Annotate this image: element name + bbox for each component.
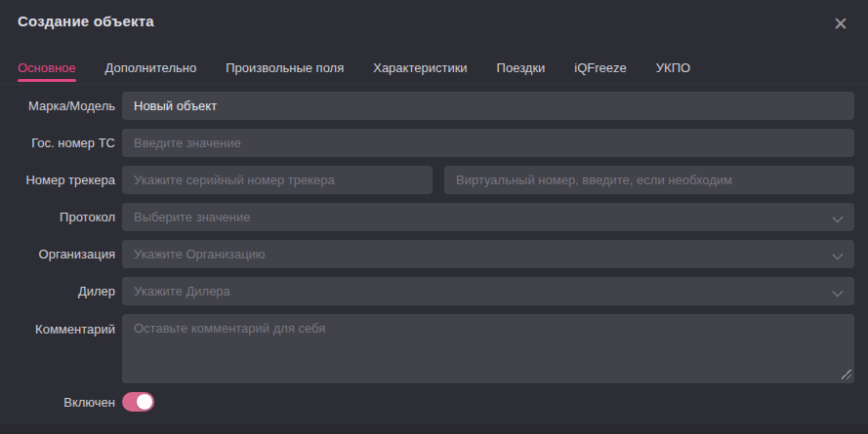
- tracker-serial-input[interactable]: [122, 166, 433, 194]
- chevron-down-icon: [833, 287, 844, 297]
- tab-trips[interactable]: Поездки: [497, 60, 546, 84]
- gov-number-input[interactable]: [122, 129, 854, 157]
- form-row-dealer: Дилер Укажите Дилера: [0, 277, 854, 305]
- modal-header: Создание объекта ✕: [0, 0, 868, 33]
- resize-handle-icon[interactable]: [842, 370, 851, 379]
- toggle-knob: [137, 394, 152, 410]
- comment-textarea[interactable]: [122, 314, 854, 383]
- form-row-organization: Организация Укажите Организацию: [0, 240, 854, 268]
- dealer-select-placeholder: Укажите Дилера: [134, 284, 230, 298]
- chevron-down-icon: [833, 250, 844, 260]
- dealer-select[interactable]: Укажите Дилера: [122, 277, 854, 305]
- field-label-brand-model: Марка/Модель: [0, 99, 115, 113]
- organization-select-placeholder: Укажите Организацию: [134, 247, 266, 261]
- create-object-form: Марка/Модель Гос. номер ТС Номер трекера…: [0, 92, 868, 412]
- form-row-protocol: Протокол Выберите значение: [0, 203, 854, 231]
- tab-additional[interactable]: Дополнительно: [105, 60, 197, 84]
- close-icon[interactable]: ✕: [833, 15, 848, 33]
- field-label-organization: Организация: [0, 247, 115, 261]
- protocol-select[interactable]: Выберите значение: [122, 203, 854, 231]
- organization-select[interactable]: Укажите Организацию: [122, 240, 854, 268]
- modal-title: Создание объекта: [18, 13, 154, 29]
- tab-iqfreeze[interactable]: iQFreeze: [574, 60, 626, 84]
- brand-model-input[interactable]: [122, 92, 854, 120]
- chevron-down-icon: [833, 213, 844, 223]
- tab-ukpo[interactable]: УКПО: [656, 60, 690, 84]
- tab-main[interactable]: Основное: [18, 60, 76, 84]
- field-label-enabled: Включен: [0, 395, 115, 410]
- tracker-virtual-input[interactable]: [444, 166, 854, 194]
- form-row-enabled: Включен: [0, 392, 854, 412]
- page-background-strip: [0, 424, 868, 434]
- protocol-select-placeholder: Выберите значение: [134, 210, 250, 224]
- field-label-comment: Комментарий: [0, 322, 115, 336]
- field-label-dealer: Дилер: [0, 284, 115, 298]
- field-label-protocol: Протокол: [0, 210, 115, 224]
- field-label-gov-number: Гос. номер ТС: [0, 136, 115, 150]
- tab-characteristics[interactable]: Характеристики: [373, 60, 467, 84]
- form-row-tracker: Номер трекера: [0, 166, 854, 194]
- enabled-toggle[interactable]: [122, 392, 154, 412]
- form-row-brand-model: Марка/Модель: [0, 92, 854, 120]
- create-object-modal: Создание объекта ✕ Основное Дополнительн…: [0, 0, 868, 424]
- tab-bar: Основное Дополнительно Произвольные поля…: [0, 60, 868, 85]
- field-label-tracker: Номер трекера: [0, 173, 115, 187]
- form-row-gov-number: Гос. номер ТС: [0, 129, 854, 157]
- tab-custom-fields[interactable]: Произвольные поля: [226, 60, 344, 84]
- form-row-comment: Комментарий: [0, 314, 854, 383]
